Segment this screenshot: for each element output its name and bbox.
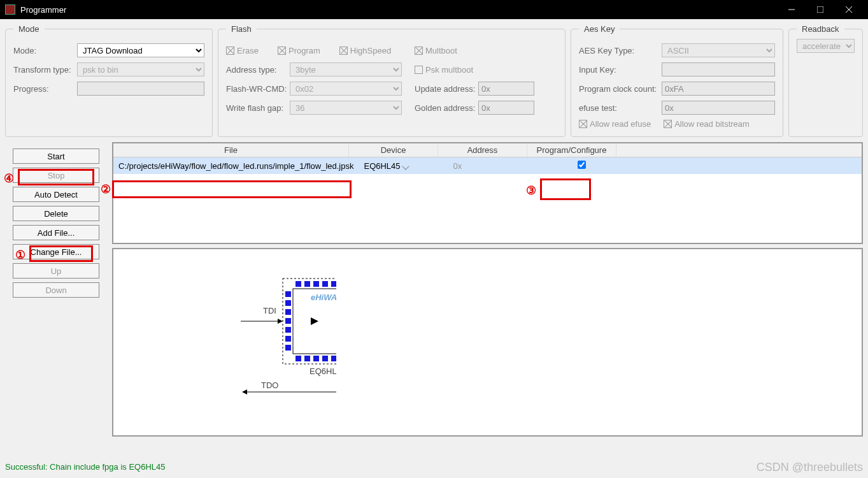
- watermark: CSDN @threebullets: [757, 461, 863, 474]
- inputkey-label: Input Key:: [579, 65, 662, 75]
- clockcount-input[interactable]: [662, 82, 775, 96]
- svg-rect-26: [285, 327, 291, 333]
- svg-marker-40: [242, 389, 247, 395]
- mode-select[interactable]: JTAG Download: [77, 43, 204, 57]
- progress-input: [77, 82, 204, 96]
- title-bar: Programmer: [0, 0, 868, 19]
- svg-rect-9: [304, 281, 310, 287]
- svg-rect-27: [285, 336, 291, 342]
- chain-diagram: TDI eHiWAY EQ6HL45 TDO: [112, 248, 863, 437]
- maximize-button[interactable]: [806, 0, 834, 19]
- svg-rect-18: [322, 356, 328, 361]
- readback-panel: Readback accelerate: [788, 24, 863, 137]
- tdo-label: TDO: [261, 380, 278, 390]
- svg-rect-17: [313, 356, 319, 361]
- mode-panel: Mode Mode: JTAG Download Transform type:…: [5, 24, 213, 137]
- svg-rect-1: [817, 6, 823, 13]
- add-file-button[interactable]: Add File...: [13, 225, 99, 240]
- close-button[interactable]: [834, 0, 863, 19]
- addrtype-select[interactable]: 3byte: [290, 62, 402, 76]
- svg-marker-5: [278, 319, 283, 324]
- mode-label: Mode:: [13, 46, 77, 55]
- inputkey-input[interactable]: [662, 62, 775, 76]
- app-icon: [5, 4, 15, 15]
- auto-detect-button[interactable]: Auto Detect: [13, 187, 99, 202]
- efusetest-label: efuse test:: [579, 103, 662, 113]
- delete-button[interactable]: Delete: [13, 206, 99, 221]
- goldenaddr-input[interactable]: [478, 101, 534, 115]
- clockcount-label: Program clock count:: [579, 84, 662, 94]
- svg-rect-19: [331, 356, 336, 361]
- cell-address: 0x: [448, 159, 537, 173]
- chevron-down-icon[interactable]: [402, 163, 409, 170]
- goldenaddr-label: Golden address:: [415, 103, 478, 113]
- svg-rect-24: [285, 309, 291, 315]
- svg-rect-22: [285, 291, 291, 297]
- flash-legend: Flash: [226, 24, 257, 34]
- stop-button[interactable]: Stop: [13, 168, 99, 183]
- flashwrcmd-select[interactable]: 0x02: [290, 82, 402, 96]
- svg-rect-10: [313, 281, 319, 287]
- tdi-label: TDI: [263, 306, 276, 315]
- mode-legend: Mode: [13, 24, 45, 34]
- svg-rect-16: [304, 356, 310, 361]
- flashwrcmd-label: Flash-WR-CMD:: [226, 84, 290, 94]
- change-file-button[interactable]: Change File...: [13, 244, 99, 259]
- keytype-select[interactable]: ASCII: [662, 43, 775, 57]
- minimize-button[interactable]: [777, 0, 806, 19]
- writegap-label: Write flash gap:: [226, 103, 290, 113]
- col-program-header: Program/Configure: [527, 143, 616, 157]
- cell-device: EQ6HL45: [359, 159, 448, 173]
- col-file-header: File: [113, 143, 349, 157]
- program-checkbox[interactable]: Program: [278, 46, 320, 55]
- progress-label: Progress:: [13, 84, 77, 94]
- svg-rect-8: [295, 281, 301, 287]
- svg-rect-23: [285, 300, 291, 306]
- svg-rect-28: [285, 345, 291, 351]
- col-device-header: Device: [349, 143, 438, 157]
- status-bar: Successful: Chain include fpga is EQ6HL4…: [5, 462, 165, 472]
- window-title: Programmer: [20, 5, 777, 15]
- cell-program: [537, 159, 626, 173]
- svg-rect-15: [295, 356, 301, 361]
- program-row-checkbox[interactable]: [578, 161, 586, 169]
- aes-legend: Aes Key: [579, 24, 620, 34]
- updateaddr-label: Update address:: [415, 84, 478, 94]
- multboot-checkbox[interactable]: Multboot: [415, 46, 457, 55]
- brand-label: eHiWAY: [311, 293, 336, 302]
- svg-rect-11: [322, 281, 328, 287]
- flash-panel: Flash Erase Program HighSpeed Address ty…: [218, 24, 566, 137]
- efusetest-input[interactable]: [662, 101, 775, 115]
- erase-checkbox[interactable]: Erase: [226, 46, 259, 55]
- pskmultboot-checkbox[interactable]: Psk multboot: [415, 65, 473, 75]
- readback-select[interactable]: accelerate: [797, 39, 855, 53]
- allowbitstream-checkbox[interactable]: Allow read bitstream: [664, 119, 750, 129]
- svg-marker-36: [311, 317, 318, 325]
- down-button[interactable]: Down: [13, 282, 99, 298]
- cell-file: C:/projects/eHiWay/flow_led/flow_led.run…: [113, 159, 359, 173]
- up-button[interactable]: Up: [13, 263, 99, 279]
- aes-panel: Aes Key AES Key Type: ASCII Input Key: P…: [571, 24, 783, 137]
- transform-label: Transform type:: [13, 65, 77, 75]
- start-button[interactable]: Start: [13, 148, 99, 164]
- file-table: File Device Address Program/Configure C:…: [112, 142, 863, 244]
- col-address-header: Address: [438, 143, 527, 157]
- highspeed-checkbox[interactable]: HighSpeed: [339, 46, 391, 55]
- svg-rect-12: [331, 281, 336, 287]
- writegap-select[interactable]: 36: [290, 101, 402, 115]
- chip-label: EQ6HL45: [309, 366, 336, 376]
- readback-legend: Readback: [797, 24, 844, 34]
- table-row[interactable]: C:/projects/eHiWay/flow_led/flow_led.run…: [113, 157, 862, 174]
- keytype-label: AES Key Type:: [579, 46, 662, 55]
- transform-select[interactable]: psk to bin: [77, 62, 204, 76]
- allowefuse-checkbox[interactable]: Allow read efuse: [579, 119, 651, 129]
- side-buttons: Start Stop Auto Detect Delete Add File..…: [5, 142, 107, 437]
- table-header: File Device Address Program/Configure: [113, 143, 862, 157]
- addrtype-label: Address type:: [226, 65, 290, 75]
- updateaddr-input[interactable]: [478, 82, 534, 96]
- svg-rect-25: [285, 318, 291, 324]
